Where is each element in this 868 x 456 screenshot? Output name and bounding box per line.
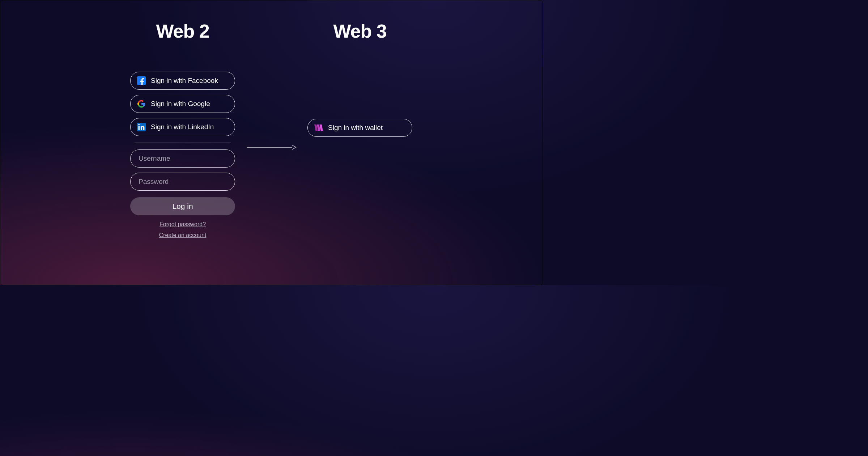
facebook-signin-button[interactable]: Sign in with Facebook (130, 72, 235, 90)
google-icon (137, 100, 146, 108)
linkedin-signin-label: Sign in with LinkedIn (151, 123, 214, 131)
facebook-signin-label: Sign in with Facebook (151, 77, 218, 85)
web2-column: Web 2 Sign in with Facebook Sign in with… (128, 20, 237, 238)
divider (135, 143, 231, 143)
web2-stack: Sign in with Facebook Sign in with Googl… (130, 72, 235, 238)
create-account-link[interactable]: Create an account (159, 232, 207, 238)
web2-heading: Web 2 (156, 20, 209, 42)
facebook-icon (137, 76, 146, 85)
google-signin-button[interactable]: Sign in with Google (130, 95, 235, 113)
linkedin-icon (137, 123, 146, 131)
login-button[interactable]: Log in (130, 197, 235, 215)
wallet-icon (314, 123, 323, 132)
web3-column: Web 3 Sign in with wallet (306, 20, 414, 137)
web3-heading: Web 3 (333, 20, 386, 42)
arrow-icon (246, 144, 297, 151)
web3-stack: Sign in with wallet (307, 119, 412, 137)
wallet-signin-button[interactable]: Sign in with wallet (307, 119, 412, 137)
linkedin-signin-button[interactable]: Sign in with LinkedIn (130, 118, 235, 136)
forgot-password-link[interactable]: Forgot password? (159, 221, 206, 228)
password-input[interactable] (130, 173, 235, 191)
username-input[interactable] (130, 149, 235, 168)
google-signin-label: Sign in with Google (151, 100, 210, 108)
wallet-signin-label: Sign in with wallet (328, 124, 383, 132)
